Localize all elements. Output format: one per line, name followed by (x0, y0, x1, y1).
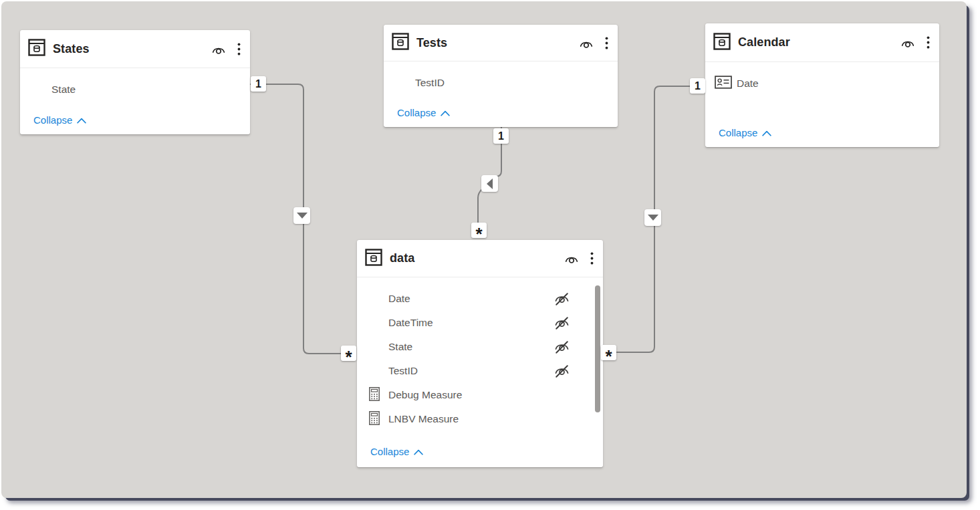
field-row-date[interactable]: Date (705, 72, 939, 96)
arrow-left-icon (487, 178, 493, 189)
cardinality-badge-one-states[interactable]: 1 (251, 76, 266, 92)
table-card-tests[interactable]: Tests TestID (384, 25, 618, 127)
table-title: Calendar (738, 35, 900, 49)
field-label: Date (388, 293, 410, 305)
more-options-icon[interactable] (605, 37, 608, 49)
cardinality-label: 1 (695, 80, 701, 92)
table-icon (713, 33, 731, 53)
arrow-down-icon (297, 213, 308, 219)
visibility-eye-icon[interactable] (564, 253, 579, 264)
table-icon (365, 249, 382, 269)
cardinality-label: 1 (255, 78, 261, 90)
field-row-testid[interactable]: TestID (357, 359, 603, 383)
calculator-icon (369, 411, 380, 428)
relationship-arrow-calendar-data[interactable] (644, 209, 661, 226)
visibility-eye-icon[interactable] (211, 43, 226, 55)
table-title: States (53, 42, 211, 56)
table-title: Tests (416, 36, 579, 50)
more-options-icon[interactable] (927, 36, 930, 49)
hidden-eye-icon[interactable] (554, 292, 570, 306)
table-card-states[interactable]: States State (20, 30, 250, 134)
field-row-date[interactable]: Date (357, 287, 603, 311)
table-card-header[interactable]: Calendar (705, 23, 939, 62)
cardinality-badge-many-tests-data[interactable]: * (471, 223, 487, 238)
table-card-header[interactable]: Tests (384, 25, 618, 61)
field-row-state[interactable]: State (357, 335, 603, 359)
cardinality-badge-one-calendar[interactable]: 1 (690, 78, 705, 94)
relationship-arrow-states-data[interactable] (293, 207, 310, 224)
collapse-link[interactable]: Collapse (20, 110, 86, 130)
model-view-canvas[interactable]: States State (1, 1, 967, 498)
field-label: TestID (415, 77, 445, 89)
field-row-testid[interactable]: TestID (384, 71, 618, 95)
field-label: State (51, 84, 76, 96)
hidden-eye-icon[interactable] (554, 340, 570, 354)
cardinality-badge-one-tests[interactable]: 1 (493, 128, 509, 144)
collapse-link[interactable]: Collapse (384, 102, 450, 122)
contact-card-icon (715, 76, 732, 92)
table-card-data[interactable]: data Date (357, 240, 603, 467)
collapse-label: Collapse (397, 107, 436, 118)
calculator-icon (369, 387, 380, 404)
chevron-up-icon (77, 118, 86, 124)
arrow-down-icon (648, 215, 658, 221)
field-label: Debug Measure (388, 389, 462, 401)
collapse-label: Collapse (370, 446, 409, 457)
cardinality-label: 1 (498, 130, 504, 142)
field-label: TestID (388, 365, 418, 377)
hidden-eye-icon[interactable] (554, 364, 570, 378)
field-label: DateTime (388, 317, 433, 329)
cardinality-badge-many-calendar-data[interactable]: * (601, 345, 616, 360)
relationship-arrow-tests-data[interactable] (481, 175, 498, 192)
field-label: LNBV Measure (388, 413, 459, 425)
collapse-link[interactable]: Collapse (357, 441, 423, 461)
more-options-icon[interactable] (590, 252, 594, 265)
table-title: data (390, 251, 564, 265)
field-label: Date (737, 78, 759, 90)
table-icon (28, 39, 45, 59)
more-options-icon[interactable] (237, 43, 241, 55)
chevron-up-icon (762, 130, 771, 136)
field-label: State (388, 341, 412, 353)
collapse-label: Collapse (33, 114, 72, 126)
chevron-up-icon (414, 449, 423, 455)
field-row-lnbv-measure[interactable]: LNBV Measure (357, 407, 603, 431)
cardinality-badge-many-states-data[interactable]: * (341, 346, 356, 361)
field-row-debug-measure[interactable]: Debug Measure (357, 383, 603, 407)
scrollbar-thumb[interactable] (595, 285, 600, 412)
table-card-header[interactable]: States (20, 30, 250, 68)
collapse-link[interactable]: Collapse (705, 122, 771, 142)
chevron-up-icon (441, 110, 450, 116)
hidden-eye-icon[interactable] (554, 316, 570, 330)
field-row-state[interactable]: State (20, 78, 250, 102)
visibility-eye-icon[interactable] (900, 37, 915, 48)
visibility-eye-icon[interactable] (579, 37, 594, 49)
field-row-datetime[interactable]: DateTime (357, 311, 603, 335)
collapse-label: Collapse (719, 127, 757, 138)
table-card-header[interactable]: data (357, 240, 603, 277)
table-card-calendar[interactable]: Calendar (705, 23, 939, 147)
table-icon (392, 33, 409, 53)
